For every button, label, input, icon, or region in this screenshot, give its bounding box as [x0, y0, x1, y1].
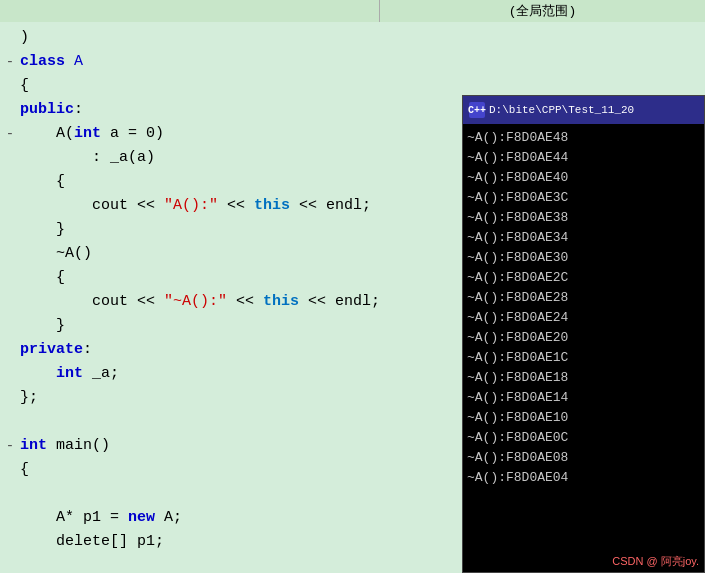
terminal-line-11: ~A():F8D0AE1C [467, 348, 700, 368]
code-line-9: ~A() [0, 242, 460, 266]
code-text-18: { [20, 458, 460, 482]
gutter-1: - [0, 50, 20, 74]
collapse-class[interactable]: - [6, 50, 14, 74]
code-line-3: public: [0, 98, 460, 122]
code-text-14: int _a; [20, 362, 460, 386]
scope-text: (全局范围) [509, 2, 577, 20]
code-text-17: int main() [20, 434, 460, 458]
terminal-line-7: ~A():F8D0AE2C [467, 268, 700, 288]
code-line-11: cout << "~A():" << this << endl; [0, 290, 460, 314]
code-line-18: { [0, 458, 460, 482]
code-line-6: { [0, 170, 460, 194]
terminal-title: D:\bite\CPP\Test_11_20 [489, 104, 634, 116]
watermark-text: CSDN @ 阿亮joy. [612, 555, 699, 567]
code-text-2: { [20, 74, 460, 98]
terminal-line-9: ~A():F8D0AE24 [467, 308, 700, 328]
code-text-10: { [20, 266, 460, 290]
terminal-line-4: ~A():F8D0AE38 [467, 208, 700, 228]
code-text-12: } [20, 314, 460, 338]
code-text-7: cout << "A():" << this << endl; [20, 194, 460, 218]
code-text-9: ~A() [20, 242, 460, 266]
terminal-line-12: ~A():F8D0AE18 [467, 368, 700, 388]
terminal-line-17: ~A():F8D0AE04 [467, 468, 700, 488]
code-line-2: { [0, 74, 460, 98]
code-line-5: : _a(a) [0, 146, 460, 170]
code-line-17: - int main() [0, 434, 460, 458]
code-text-0: ) [20, 26, 460, 50]
code-line-21: delete[] p1; [0, 530, 460, 554]
terminal-line-0: ~A():F8D0AE48 [467, 128, 700, 148]
terminal-line-1: ~A():F8D0AE44 [467, 148, 700, 168]
terminal-line-13: ~A():F8D0AE14 [467, 388, 700, 408]
terminal-line-8: ~A():F8D0AE28 [467, 288, 700, 308]
top-bar: (全局范围) [0, 0, 705, 22]
terminal-line-6: ~A():F8D0AE30 [467, 248, 700, 268]
terminal-icon: C++ [469, 102, 485, 118]
collapse-constructor[interactable]: - [6, 122, 14, 146]
terminal-line-3: ~A():F8D0AE3C [467, 188, 700, 208]
code-line-12: } [0, 314, 460, 338]
code-line-0: ) [0, 26, 460, 50]
terminal-line-16: ~A():F8D0AE08 [467, 448, 700, 468]
terminal-line-14: ~A():F8D0AE10 [467, 408, 700, 428]
code-line-19 [0, 482, 460, 506]
code-editor[interactable]: ) - class A { public: - A(int a = 0) : _… [0, 22, 460, 573]
code-line-20: A* p1 = new A; [0, 506, 460, 530]
terminal-titlebar: C++ D:\bite\CPP\Test_11_20 [463, 96, 704, 124]
code-line-14: int _a; [0, 362, 460, 386]
code-text-13: private: [20, 338, 460, 362]
terminal-line-15: ~A():F8D0AE0C [467, 428, 700, 448]
terminal-window: C++ D:\bite\CPP\Test_11_20 ~A():F8D0AE48… [462, 95, 705, 573]
code-line-10: { [0, 266, 460, 290]
code-text-5: : _a(a) [20, 146, 460, 170]
gutter-17: - [0, 434, 20, 458]
top-right-area: (全局范围) [380, 0, 705, 22]
terminal-line-5: ~A():F8D0AE34 [467, 228, 700, 248]
code-line-13: private: [0, 338, 460, 362]
code-text-20: A* p1 = new A; [20, 506, 460, 530]
terminal-body[interactable]: ~A():F8D0AE48 ~A():F8D0AE44 ~A():F8D0AE4… [463, 124, 704, 572]
terminal-icon-label: C++ [468, 105, 486, 116]
code-text-3: public: [20, 98, 460, 122]
top-left-area [0, 0, 380, 22]
terminal-line-2: ~A():F8D0AE40 [467, 168, 700, 188]
code-line-7: cout << "A():" << this << endl; [0, 194, 460, 218]
code-text-11: cout << "~A():" << this << endl; [20, 290, 460, 314]
code-text-4: A(int a = 0) [20, 122, 460, 146]
code-line-15: }; [0, 386, 460, 410]
code-text-21: delete[] p1; [20, 530, 460, 554]
terminal-line-10: ~A():F8D0AE20 [467, 328, 700, 348]
code-line-4: - A(int a = 0) [0, 122, 460, 146]
gutter-4: - [0, 122, 20, 146]
code-line-16 [0, 410, 460, 434]
watermark: CSDN @ 阿亮joy. [612, 554, 699, 569]
code-line-8: } [0, 218, 460, 242]
editor-area: (全局范围) ) - class A { public: - A(int a =… [0, 0, 705, 573]
code-text-1: class A [20, 50, 460, 74]
collapse-main[interactable]: - [6, 434, 14, 458]
code-line-1: - class A [0, 50, 460, 74]
code-text-6: { [20, 170, 460, 194]
code-text-15: }; [20, 386, 460, 410]
code-text-8: } [20, 218, 460, 242]
